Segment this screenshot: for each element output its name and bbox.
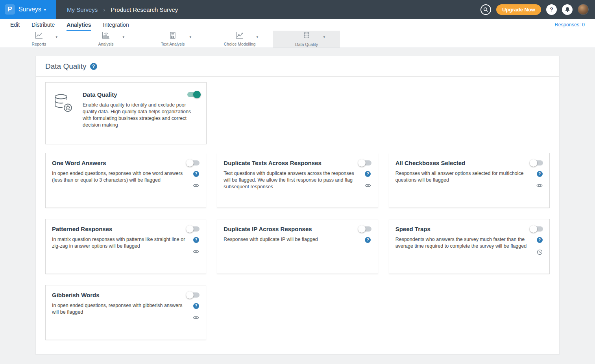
card-speed-traps: Speed Traps Respondents who answers the … <box>389 219 550 274</box>
tab-integration[interactable]: Integration <box>103 19 129 31</box>
text-analysis-icon <box>169 32 177 40</box>
surveys-brand-menu[interactable]: P Surveys ▾ <box>0 0 56 19</box>
eye-icon[interactable] <box>536 183 543 188</box>
survey-nav-tabs: Edit Distribute Analytics Integration Re… <box>0 19 595 31</box>
card-title: Duplicate Texts Across Responses <box>224 160 321 166</box>
breadcrumb: My Surveys › Product Research Survey <box>67 6 178 13</box>
top-bar: P Surveys ▾ My Surveys › Product Researc… <box>0 0 595 19</box>
breadcrumb-separator-icon: › <box>103 6 105 13</box>
one-word-answers-toggle[interactable] <box>187 160 200 165</box>
clock-icon[interactable] <box>537 249 543 255</box>
card-all-checkboxes: All Checkboxes Selected Responses with a… <box>389 153 550 208</box>
notification-bell-icon[interactable] <box>562 4 573 15</box>
card-title: All Checkboxes Selected <box>395 160 466 166</box>
eye-icon[interactable] <box>193 183 199 188</box>
help-icon[interactable]: ? <box>546 4 557 15</box>
panel-header: Data Quality ? <box>36 56 559 77</box>
card-description: In open ended questions, responses with … <box>52 170 192 188</box>
data-quality-badge-icon <box>52 91 83 138</box>
breadcrumb-my-surveys[interactable]: My Surveys <box>67 6 98 13</box>
card-description: Responses with duplicate IP will be flag… <box>224 236 364 243</box>
card-title: Speed Traps <box>395 226 431 232</box>
eye-icon[interactable] <box>365 183 371 188</box>
topbar-actions: Upgrade Now ? <box>480 4 595 15</box>
help-icon[interactable]: ? <box>193 237 199 243</box>
help-icon[interactable]: ? <box>365 171 371 177</box>
eye-icon[interactable] <box>193 249 199 254</box>
tab-analytics[interactable]: Analytics <box>67 19 91 31</box>
analysis-icon <box>102 32 110 40</box>
chevron-down-icon: ▾ <box>55 35 57 39</box>
help-icon[interactable]: ? <box>365 237 371 243</box>
duplicate-ip-toggle[interactable] <box>359 226 371 232</box>
quality-rules-grid: One Word Answers In open ended questions… <box>45 153 550 340</box>
page-help-icon[interactable]: ? <box>90 63 97 70</box>
analytics-toolbar: ▾ Reports ▾ Analysis ▾ Text Analysis ▾ C… <box>0 31 595 48</box>
card-description: Text questions with duplicate answers ac… <box>224 170 364 190</box>
data-quality-master-card: Data Quality Enable data quality to iden… <box>45 82 207 144</box>
responses-count[interactable]: Responses: 0 <box>555 19 585 31</box>
speed-traps-toggle[interactable] <box>530 226 543 232</box>
card-title: Gibberish Words <box>52 292 100 298</box>
tab-distribute[interactable]: Distribute <box>31 19 55 31</box>
card-description: Enable data quality to identify and excl… <box>83 102 200 129</box>
card-duplicate-texts: Duplicate Texts Across Responses Text qu… <box>217 153 378 208</box>
eye-icon[interactable] <box>193 315 199 320</box>
chevron-down-icon: ▾ <box>189 35 191 39</box>
card-title: Patterned Responses <box>52 226 112 232</box>
help-icon[interactable]: ? <box>537 171 543 177</box>
card-description: Responses with all answer options select… <box>395 170 536 188</box>
card-title: Data Quality <box>83 91 117 98</box>
tab-edit[interactable]: Edit <box>10 19 20 31</box>
card-one-word-answers: One Word Answers In open ended questions… <box>45 153 206 208</box>
duplicate-texts-toggle[interactable] <box>359 160 371 165</box>
toolbar-item-text-analysis[interactable]: ▾ Text Analysis <box>139 31 206 48</box>
card-patterned-responses: Patterned Responses In matrix question r… <box>45 219 206 274</box>
user-avatar[interactable] <box>578 4 589 15</box>
choice-modelling-icon <box>236 32 244 40</box>
card-description: In matrix question responses with patter… <box>52 236 192 254</box>
chevron-down-icon: ▾ <box>122 35 124 39</box>
toolbar-item-choice-modelling[interactable]: ▾ Choice Modelling <box>206 31 273 48</box>
card-gibberish-words: Gibberish Words In open ended questions,… <box>45 285 206 340</box>
card-title: One Word Answers <box>52 160 106 166</box>
questionpro-logo: P <box>5 4 15 15</box>
data-quality-panel: Data Quality ? Data Quality <box>35 56 560 355</box>
card-description: Respondents who answers the survey much … <box>395 236 536 255</box>
help-icon[interactable]: ? <box>193 171 199 177</box>
help-icon[interactable]: ? <box>537 237 543 243</box>
card-title: Duplicate IP Across Responses <box>224 226 312 232</box>
brand-label: Surveys <box>18 6 41 13</box>
reports-icon <box>35 32 43 40</box>
toolbar-item-data-quality[interactable]: ▾ Data Quality <box>273 31 340 48</box>
data-quality-toggle[interactable] <box>187 92 200 97</box>
help-icon[interactable]: ? <box>193 303 199 309</box>
toolbar-item-analysis[interactable]: ▾ Analysis <box>72 31 139 48</box>
breadcrumb-current-survey: Product Research Survey <box>111 6 178 13</box>
data-quality-icon <box>303 31 310 41</box>
chevron-down-icon: ▾ <box>323 35 325 39</box>
chevron-down-icon: ▾ <box>44 7 46 12</box>
chevron-down-icon: ▾ <box>256 35 258 39</box>
card-duplicate-ip: Duplicate IP Across Responses Responses … <box>217 219 378 274</box>
upgrade-now-button[interactable]: Upgrade Now <box>496 4 541 15</box>
page-title: Data Quality <box>45 62 87 71</box>
toolbar-item-reports[interactable]: ▾ Reports <box>6 31 72 48</box>
card-description: In open ended questions, responses with … <box>52 302 192 320</box>
all-checkboxes-toggle[interactable] <box>530 160 543 165</box>
patterned-responses-toggle[interactable] <box>187 226 200 232</box>
search-icon[interactable] <box>480 4 491 15</box>
gibberish-words-toggle[interactable] <box>187 292 200 298</box>
